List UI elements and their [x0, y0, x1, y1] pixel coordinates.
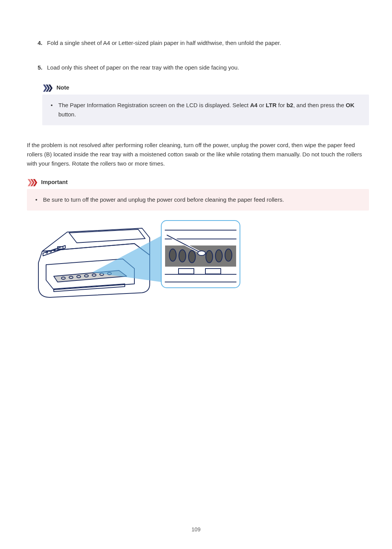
step-number: 4. [38, 38, 43, 48]
instruction-block: If the problem is not resolved after per… [27, 141, 369, 301]
chevrons-icon: ❯❯❯ [27, 179, 37, 186]
printer-illustration [27, 217, 242, 301]
emph-ltr: LTR [266, 102, 276, 108]
note-header: ❯❯❯ Note [42, 83, 369, 92]
step-number: 5. [38, 63, 43, 72]
step-line: 5. Load only this sheet of paper on the … [38, 63, 369, 72]
step-text: Load only this sheet of paper on the rea… [47, 63, 239, 72]
step-5: 5. Load only this sheet of paper on the … [27, 63, 369, 125]
note-box: ❯❯❯ Note • The Paper Information Registr… [42, 83, 369, 125]
step-4: 4. Fold a single sheet of A4 or Letter-s… [27, 38, 369, 48]
printer-svg [27, 217, 242, 301]
note-label: Note [56, 83, 69, 92]
svg-point-15 [189, 250, 195, 263]
emph-ok: OK [346, 102, 354, 108]
svg-point-19 [198, 251, 205, 255]
svg-point-16 [206, 250, 213, 263]
important-text: Be sure to turn off the power and unplug… [43, 195, 284, 204]
important-label: Important [41, 177, 68, 187]
svg-point-18 [225, 249, 232, 261]
svg-point-17 [215, 250, 222, 262]
chevrons-icon: ❯❯❯ [42, 84, 53, 91]
note-body: • The Paper Information Registration scr… [42, 95, 369, 125]
svg-rect-20 [179, 269, 194, 274]
svg-rect-21 [205, 269, 221, 274]
step-line: 4. Fold a single sheet of A4 or Letter-s… [38, 38, 369, 48]
important-box: ❯❯❯ Important • Be sure to turn off the … [27, 177, 369, 211]
svg-point-0 [46, 252, 48, 253]
svg-point-1 [50, 250, 51, 252]
page-number: 109 [0, 525, 392, 534]
svg-point-13 [169, 249, 176, 261]
steps-container: 4. Fold a single sheet of A4 or Letter-s… [23, 38, 369, 125]
bullet: • [51, 101, 55, 119]
bullet: • [35, 195, 39, 204]
emph-b2: b2 [286, 102, 293, 108]
note-item: • The Paper Information Registration scr… [51, 101, 361, 119]
instruction-main: If the problem is not resolved after per… [27, 141, 369, 168]
important-item: • Be sure to turn off the power and unpl… [35, 195, 361, 204]
step-text: Fold a single sheet of A4 or Letter-size… [47, 38, 281, 48]
important-header: ❯❯❯ Important [27, 177, 369, 187]
important-body: • Be sure to turn off the power and unpl… [27, 189, 369, 211]
note-text: The Paper Information Registration scree… [58, 101, 361, 119]
emph-a4: A4 [250, 102, 257, 108]
svg-point-14 [179, 250, 186, 262]
